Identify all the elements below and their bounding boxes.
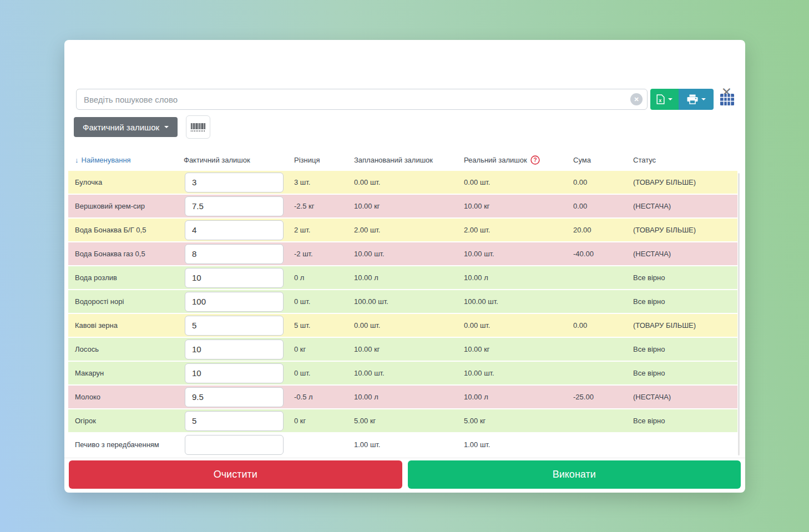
table-row: Булочка 3 шт. 0.00 шт. 0.00 шт. 0.00 (ТО… — [68, 171, 737, 194]
product-name: Вода Бонаква Б/Г 0,5 — [68, 226, 184, 234]
real-quantity-value: 0.00 шт. — [464, 178, 573, 186]
product-name: Кавові зерна — [68, 321, 184, 330]
difference-value: 5 шт. — [294, 321, 354, 330]
table-grid-icon — [720, 94, 734, 105]
print-button[interactable] — [679, 89, 714, 110]
difference-value: 0 кг — [294, 345, 354, 353]
real-quantity-value: 10.00 шт. — [464, 369, 573, 377]
real-quantity-value: 2.00 шт. — [464, 226, 573, 234]
table-row: Вода Бонаква Б/Г 0,5 2 шт. 2.00 шт. 2.00… — [68, 219, 737, 241]
status-badge: (ТОВАРУ БІЛЬШЕ) — [633, 226, 737, 234]
planned-quantity-value: 0.00 шт. — [354, 178, 464, 186]
real-quantity-value: 10.00 л — [464, 393, 573, 401]
real-quantity-value: 5.00 кг — [464, 417, 573, 425]
actual-quantity-input[interactable] — [185, 411, 284, 431]
sum-value: 20.00 — [573, 226, 633, 234]
clear-search-icon[interactable]: ✕ — [630, 93, 643, 105]
difference-value: 0 кг — [294, 417, 354, 425]
execute-button[interactable]: Виконати — [408, 460, 741, 489]
chevron-down-icon — [701, 98, 706, 100]
actual-quantity-input[interactable] — [185, 292, 284, 312]
column-header-status: Статус — [633, 156, 737, 164]
planned-quantity-value: 1.00 шт. — [354, 440, 464, 449]
actual-quantity-input[interactable] — [185, 220, 284, 240]
footer-divider — [64, 458, 745, 458]
status-badge: Все вірно — [633, 369, 737, 377]
inventory-modal: Інвентаризація ✕ ✕ x — [64, 40, 745, 493]
help-question-icon[interactable]: ? — [530, 155, 540, 165]
actual-quantity-input[interactable] — [185, 340, 284, 359]
column-header-diff: Різниця — [294, 156, 354, 164]
column-header-real-label: Реальний залишок — [464, 156, 527, 164]
table-row: Огірок 0 кг 5.00 кг 5.00 кг Все вірно — [68, 409, 737, 432]
table-row: Молоко -0.5 л 10.00 л 10.00 л -25.00 (НЕ… — [68, 386, 737, 408]
difference-value: 3 шт. — [294, 178, 354, 186]
product-name: Вода Бонаква газ 0,5 — [68, 250, 184, 258]
filter-dropdown-label: Фактичний залишок — [83, 123, 159, 132]
status-badge: Все вірно — [633, 417, 737, 425]
status-badge: (ТОВАРУ БІЛЬШЕ) — [633, 178, 737, 186]
export-excel-button[interactable]: x — [650, 89, 679, 110]
planned-quantity-value: 100.00 шт. — [354, 297, 464, 306]
table-rows: Булочка 3 шт. 0.00 шт. 0.00 шт. 0.00 (ТО… — [68, 171, 737, 458]
clear-button[interactable]: Очистити — [69, 460, 402, 489]
actual-quantity-input[interactable] — [185, 363, 284, 383]
sum-value: 0.00 — [573, 321, 633, 330]
sort-down-icon: ↓ — [75, 156, 79, 164]
planned-quantity-value: 10.00 шт. — [354, 250, 464, 258]
column-header-real: Реальний залишок ? — [464, 155, 573, 165]
difference-value: 0 л — [294, 273, 354, 282]
search-input[interactable] — [76, 89, 648, 110]
actual-quantity-input[interactable] — [185, 268, 284, 288]
printer-icon — [687, 94, 698, 104]
planned-quantity-value: 0.00 шт. — [354, 321, 464, 330]
sum-value: 0.00 — [573, 178, 633, 186]
real-quantity-value: 0.00 шт. — [464, 321, 573, 330]
barcode-icon — [191, 122, 205, 133]
column-header-name-label: Найменування — [82, 156, 131, 164]
product-name: Печиво з передбаченням — [68, 440, 184, 449]
filter-row: Фактичний залишок — [74, 115, 210, 139]
table-row: Кавові зерна 5 шт. 0.00 шт. 0.00 шт. 0.0… — [68, 314, 737, 337]
actual-quantity-input[interactable] — [185, 435, 284, 455]
product-name: Лосось — [68, 345, 184, 353]
column-header-name[interactable]: ↓ Найменування — [68, 156, 184, 164]
svg-text:?: ? — [533, 157, 537, 163]
difference-value: 0 шт. — [294, 369, 354, 377]
column-header-planned: Запланований залишок — [354, 156, 464, 164]
real-quantity-value: 10.00 шт. — [464, 250, 573, 258]
search-wrap: ✕ — [76, 89, 648, 110]
actual-quantity-input[interactable] — [185, 387, 284, 407]
barcode-scan-button[interactable] — [186, 115, 210, 139]
table-row: Вода розлив 0 л 10.00 л 10.00 л Все вірн… — [68, 266, 737, 289]
status-badge: Все вірно — [633, 297, 737, 306]
table-row: Макарун 0 шт. 10.00 шт. 10.00 шт. Все ві… — [68, 362, 737, 384]
table-row: Лосось 0 кг 10.00 кг 10.00 кг Все вірно — [68, 338, 737, 361]
chevron-down-icon — [164, 126, 169, 128]
product-name: Молоко — [68, 393, 184, 401]
table-row: Печиво з передбаченням 1.00 шт. 1.00 шт. — [68, 433, 737, 456]
real-quantity-value: 1.00 шт. — [464, 440, 573, 449]
difference-value: -2 шт. — [294, 250, 354, 258]
real-quantity-value: 10.00 кг — [464, 202, 573, 210]
actual-quantity-input[interactable] — [185, 316, 284, 336]
actual-quantity-input[interactable] — [185, 196, 284, 216]
planned-quantity-value: 10.00 л — [354, 393, 464, 401]
product-name: Макарун — [68, 369, 184, 377]
actual-quantity-input[interactable] — [185, 244, 284, 264]
status-badge: (НЕСТАЧА) — [633, 250, 737, 258]
column-settings-button[interactable] — [720, 94, 734, 105]
column-header-actual: Фактичний залишок — [184, 156, 294, 164]
scrollbar[interactable] — [738, 173, 740, 455]
real-quantity-value: 100.00 шт. — [464, 297, 573, 306]
difference-value: 2 шт. — [294, 226, 354, 234]
product-name: Булочка — [68, 178, 184, 186]
search-row: ✕ x — [76, 89, 734, 110]
planned-quantity-value: 2.00 шт. — [354, 226, 464, 234]
footer-actions: Очистити Виконати — [69, 460, 741, 489]
table-row: Вода Бонаква газ 0,5 -2 шт. 10.00 шт. 10… — [68, 242, 737, 265]
actual-quantity-input[interactable] — [185, 173, 284, 192]
status-badge: (НЕСТАЧА) — [633, 202, 737, 210]
planned-quantity-value: 10.00 л — [354, 273, 464, 282]
filter-dropdown-button[interactable]: Фактичний залишок — [74, 117, 178, 137]
